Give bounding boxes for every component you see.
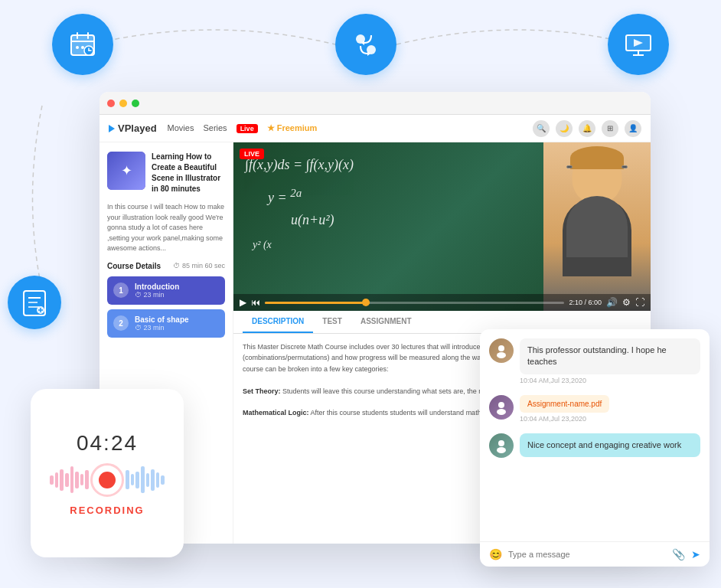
teacher-image [543,142,651,311]
chat-input-field[interactable] [508,550,666,559]
msg-3-bubble: Nice concept and engaging creative work [520,433,700,457]
tab-test[interactable]: TEST [313,311,351,333]
svg-point-32 [497,447,506,453]
nav-movies[interactable]: Movies [168,123,194,133]
progress-fill [265,302,370,304]
nav-bar: VPlayed Movies Series Live ★ Freemium 🔍 … [100,115,651,142]
minimize-dot[interactable] [119,100,127,107]
play-button[interactable]: ▶ [240,297,246,308]
wave-bar [151,469,155,491]
avatar-1 [489,338,514,363]
chat-message-2: Assignment-name.pdf 10:04 AM,Jul 23,2020 [489,395,700,423]
theme-icon[interactable]: 🌙 [556,120,573,137]
board-icon [8,276,61,329]
lesson-item-2[interactable]: 2 Basic of shape ⏱ 23 min [107,309,225,338]
lesson-2-name: Basic of shape [135,315,189,324]
wave-bar [135,472,139,488]
svg-point-27 [498,345,504,351]
course-details-label: Course Details [107,262,161,270]
nav-freemium[interactable]: ★ Freemium [267,123,318,133]
svg-point-5 [76,46,79,49]
msg-1-content: This professor outstanding. I hope he te… [520,338,700,384]
calendar-icon [52,14,113,75]
msg-1-bubble: This professor outstanding. I hope he te… [520,338,700,374]
wave-bar [80,474,84,485]
browser-chrome [100,92,651,115]
nav-icons: 🔍 🌙 🔔 ⊞ 👤 [533,120,641,137]
recording-label: RECORDING [70,505,144,516]
msg-1-time: 10:04 AM,Jul 23,2020 [520,377,700,384]
course-details-header: Course Details ⏱ 85 min 60 sec [107,262,225,270]
lesson-2-info: Basic of shape ⏱ 23 min [135,315,189,332]
nav-live[interactable]: Live [237,123,258,133]
wave-bar [131,474,135,485]
wave-bar [70,466,74,493]
course-duration: ⏱ 85 min 60 sec [173,262,225,270]
attachment-icon[interactable]: 📎 [672,548,685,560]
time-display: 2:10 / 6:00 [569,299,602,306]
emoji-icon[interactable]: 😊 [489,548,502,560]
settings-button[interactable]: ⚙ [622,297,631,308]
nav-series[interactable]: Series [203,123,227,133]
video-controls[interactable]: ▶ ⏮ 2:10 / 6:00 🔊 ⚙ ⛶ [233,294,651,311]
lesson-2-num: 2 [113,315,129,331]
volume-button[interactable]: 🔊 [606,297,618,308]
wave-bar [60,469,64,491]
chat-panel: This professor outstanding. I hope he te… [480,329,710,567]
maximize-dot[interactable] [132,100,139,107]
user-avatar[interactable]: 👤 [625,120,641,137]
tab-assignment[interactable]: ASSIGNMENT [351,311,421,333]
chat-message-3: Nice concept and engaging creative work [489,433,700,458]
course-title: Learning How to Create a Beautiful Scene… [152,152,225,194]
avatar-2 [489,395,514,420]
notification-icon[interactable]: 🔔 [579,120,595,137]
avatar-3 [489,433,514,458]
recording-time: 04:24 [77,431,138,456]
lesson-1-info: Introduction ⏱ 23 min [135,283,179,299]
msg-2-file[interactable]: Assignment-name.pdf [520,395,609,413]
wave-bar [156,472,160,488]
svg-point-30 [497,409,506,415]
grid-icon[interactable]: ⊞ [602,120,618,137]
fullscreen-button[interactable]: ⛶ [635,297,644,308]
svg-point-31 [498,440,504,446]
progress-bar[interactable] [265,302,564,304]
svg-point-29 [498,402,504,408]
chat-input-area: 😊 📎 ➤ [480,541,710,567]
nav-links: Movies Series Live ★ Freemium [168,123,318,133]
record-dot [99,472,116,488]
video-player: ∫f(x,y)ds = ∫f(x,y)(x) y = 2a u(n+u²) y²… [233,142,651,311]
chat-message-1: This professor outstanding. I hope he te… [489,338,700,384]
svg-point-28 [497,352,506,358]
wave-bar [85,470,89,489]
wave-bar [50,475,54,485]
live-indicator: LIVE [240,149,264,159]
logo-triangle [109,125,115,132]
wave-bar [126,470,129,489]
record-button[interactable] [90,463,124,497]
recording-widget: 04:24 RECORDING [31,389,184,557]
msg-2-time: 10:04 AM,Jul 23,2020 [520,415,700,423]
lesson-1-name: Introduction [135,283,179,291]
course-thumbnail: Learning How to Create a Beautiful Scene… [107,152,225,194]
search-icon[interactable]: 🔍 [533,120,550,137]
msg-3-content: Nice concept and engaging creative work [520,433,700,457]
course-thumb-image [107,152,145,190]
send-button[interactable]: ➤ [691,548,700,560]
lesson-1-time: ⏱ 23 min [135,291,179,299]
svg-rect-19 [626,35,651,51]
prev-button[interactable]: ⏮ [251,297,260,308]
logo: VPlayed [109,122,157,134]
wave-bar [55,472,59,488]
lesson-1-num: 1 [113,283,129,298]
lesson-item-1[interactable]: 1 Introduction ⏱ 23 min [107,276,225,305]
wave-bar [146,473,150,487]
svg-point-6 [81,46,84,49]
user-exchange-icon [335,14,396,75]
close-dot[interactable] [107,100,115,107]
tab-description[interactable]: DESCRIPTION [243,311,313,333]
msg-2-content: Assignment-name.pdf 10:04 AM,Jul 23,2020 [520,395,700,423]
wave-bar [65,473,69,487]
lesson-2-time: ⏱ 23 min [135,324,189,332]
wave-bar [75,472,79,488]
